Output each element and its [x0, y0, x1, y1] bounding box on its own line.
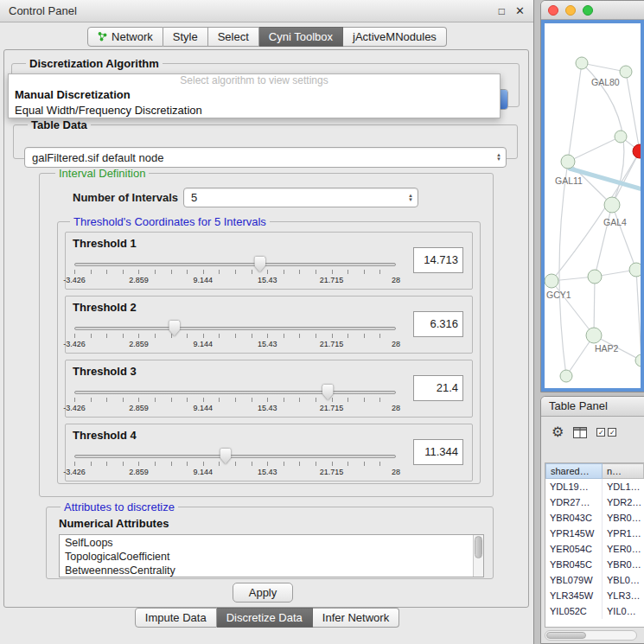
popup-option-equal-width-frequency[interactable]: Equal Width/Frequency Discretization [9, 103, 500, 118]
table-cell[interactable]: YBL0… [603, 572, 644, 588]
table-cell[interactable]: YBR0… [603, 510, 644, 526]
network-node[interactable] [560, 370, 572, 382]
table-cell[interactable]: YPR145W [545, 526, 603, 541]
table-row[interactable]: YDL19…YDL1… [545, 479, 644, 494]
network-node[interactable] [635, 354, 642, 367]
tab-jactivemnodules[interactable]: jActiveMNodules [343, 27, 447, 47]
list-scrollbar[interactable] [473, 535, 483, 577]
tab-discretize-data[interactable]: Discretize Data [217, 608, 313, 628]
table-cell[interactable]: YBR0… [603, 557, 644, 572]
table-row[interactable]: YLR345WYLR3… [545, 588, 644, 603]
attribute-item-topologicalcoefficient[interactable]: TopologicalCoefficient [65, 550, 483, 564]
column-header-shared-name[interactable]: shared… [545, 463, 603, 479]
number-of-intervals-label: Number of Intervals [73, 191, 183, 204]
network-node[interactable] [615, 131, 627, 143]
horizontal-scrollbar[interactable] [545, 630, 637, 641]
threshold-box: Threshold 4 -3.4262.8599.14415.4321.7152… [65, 424, 473, 481]
network-canvas[interactable]: GAL80GAL11GAL4GCY1HAP2 [541, 20, 644, 392]
network-node[interactable] [629, 263, 642, 277]
network-node[interactable] [561, 155, 575, 169]
attributes-list[interactable]: SelfLoopsTopologicalCoefficientBetweenne… [59, 534, 484, 577]
table-cell[interactable]: YDL19… [545, 479, 603, 494]
table-cell[interactable]: YLR3… [603, 588, 644, 603]
table-row[interactable]: YBR045CYBR0… [545, 557, 644, 572]
table-cell[interactable]: YLR345W [545, 588, 603, 603]
algorithm-dropdown-popup: Select algorithm to view settings Manual… [8, 73, 501, 118]
threshold-value-input[interactable]: 11.344 [413, 439, 463, 465]
slider-tick-labels: -3.4262.8599.14415.4321.71528 [74, 468, 396, 477]
table-cell[interactable]: YDR27… [545, 494, 603, 510]
table-panel-title: Table Panel [541, 397, 644, 417]
tab-label: Discretize Data [226, 611, 303, 624]
threshold-slider[interactable]: -3.4262.8599.14415.4321.71528 [74, 447, 396, 480]
threshold-label: Threshold 4 [73, 429, 137, 442]
threshold-slider[interactable]: -3.4262.8599.14415.4321.71528 [74, 319, 396, 352]
scrollbar-thumb[interactable] [546, 632, 586, 639]
table-row[interactable]: YER054CYER0… [545, 541, 644, 557]
bottom-tab-bar: Impute DataDiscretize DataInfer Network [0, 608, 534, 628]
network-node[interactable] [620, 66, 632, 78]
gear-icon[interactable]: ⚙ [552, 425, 564, 439]
window-zoom-light[interactable] [583, 5, 593, 16]
threshold-slider[interactable]: -3.4262.8599.14415.4321.71528 [74, 255, 396, 288]
slider-track[interactable] [74, 391, 396, 394]
table-rows: YDL19…YDL1…YDR27…YDR2…YBR043CYBR0…YPR145… [545, 479, 644, 619]
threshold-slider[interactable]: -3.4262.8599.14415.4321.71528 [74, 383, 396, 416]
table-cell[interactable]: YIL052C [545, 603, 603, 619]
tab-select[interactable]: Select [208, 27, 259, 47]
table-cell[interactable]: YDR2… [603, 494, 644, 510]
number-of-intervals-select[interactable]: 5 ▲ ▼ [183, 188, 418, 207]
tab-impute-data[interactable]: Impute Data [135, 608, 217, 628]
apply-button[interactable]: Apply [233, 583, 293, 603]
tab-style[interactable]: Style [163, 27, 208, 47]
threshold-label: Threshold 3 [73, 365, 137, 378]
network-node[interactable] [586, 328, 602, 343]
table-row[interactable]: YBR043CYBR0… [545, 510, 644, 526]
window-close-light[interactable] [548, 5, 558, 16]
panel-content: Discretization Algorithm ▲ ▼ Select algo… [3, 49, 529, 608]
threshold-value-input[interactable]: 21.4 [413, 375, 463, 401]
slider-track[interactable] [74, 455, 396, 458]
tab-label: Cyni Toolbox [269, 30, 333, 43]
table-cell[interactable]: YIL0… [603, 603, 644, 619]
network-node[interactable] [588, 270, 602, 284]
table-cell[interactable]: YER054C [545, 541, 603, 557]
window-minimize-light[interactable] [565, 5, 576, 16]
table-cell[interactable]: YDL1… [603, 479, 644, 494]
network-window-titlebar [541, 1, 644, 20]
network-node-selected[interactable] [633, 144, 642, 158]
popup-option-manual-discretization[interactable]: Manual Discretization [9, 87, 500, 103]
table-cell[interactable]: YPR1… [603, 526, 644, 541]
select-columns-icon[interactable]: ✓ ✓ [596, 428, 616, 437]
column-header-name[interactable]: n… [603, 463, 644, 479]
threshold-value-input[interactable]: 14.713 [413, 247, 463, 273]
table-cell[interactable]: YER0… [603, 541, 644, 557]
tick-label: 9.144 [194, 404, 214, 412]
attribute-item-selfloops[interactable]: SelfLoops [65, 536, 483, 550]
minimize-icon[interactable]: □ [499, 5, 505, 17]
table-data-select[interactable]: galFiltered.sif default node ▲ ▼ [24, 147, 507, 168]
tick-label: 28 [392, 340, 400, 348]
tab-label: Select [218, 30, 249, 43]
tab-network[interactable]: Network [87, 27, 163, 47]
threshold-value-input[interactable]: 6.316 [413, 311, 463, 337]
network-node[interactable] [576, 57, 588, 69]
attribute-item-betweennesscentrality[interactable]: BetweennessCentrality [65, 564, 483, 577]
table-row[interactable]: YBL079WYBL0… [545, 572, 644, 588]
tab-infer-network[interactable]: Infer Network [313, 608, 399, 628]
columns-icon[interactable] [573, 427, 587, 438]
slider-track[interactable] [74, 263, 396, 266]
network-node[interactable] [545, 274, 558, 288]
close-icon[interactable]: ✕ [515, 4, 525, 17]
table-cell[interactable]: YBR043C [545, 510, 603, 526]
network-node[interactable] [604, 197, 620, 213]
table-row[interactable]: YDR27…YDR2… [545, 494, 644, 510]
table-row[interactable]: YIL052CYIL0… [545, 603, 644, 619]
table-cell[interactable]: YBR045C [545, 557, 603, 572]
table-row[interactable]: YPR145WYPR1… [545, 526, 644, 541]
table-cell[interactable]: YBL079W [545, 572, 603, 588]
tab-cyni-toolbox[interactable]: Cyni Toolbox [259, 27, 343, 47]
node-label: GAL80 [591, 77, 620, 87]
scrollbar-thumb[interactable] [475, 536, 482, 558]
slider-track[interactable] [74, 327, 396, 330]
